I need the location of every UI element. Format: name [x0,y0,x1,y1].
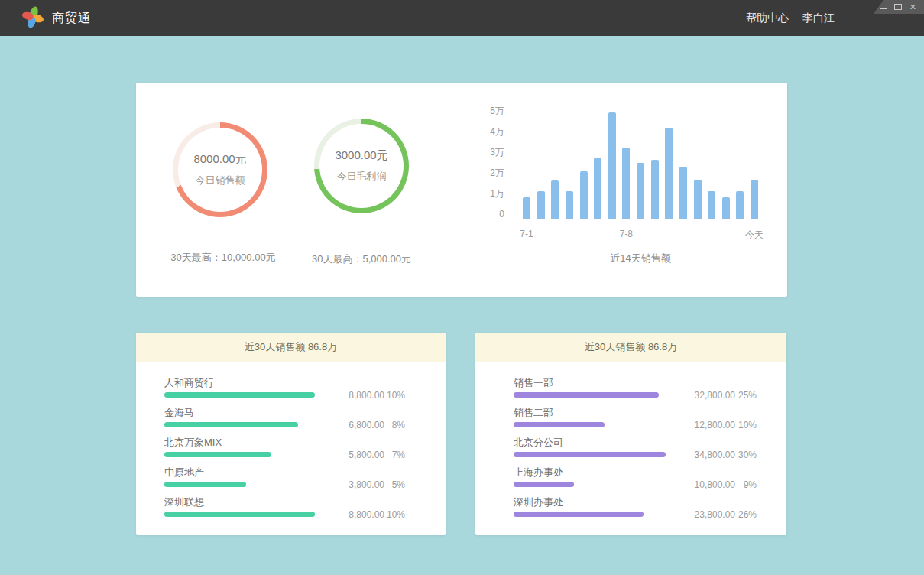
rank-percent: 5% [392,480,405,489]
rank-name: 人和商贸行 [164,376,446,389]
app-title: 商贸通 [52,0,91,36]
rank-row: 北京万象MIX5,800.007% [164,436,446,458]
daily-sales-bar [551,180,559,219]
rank-name: 深圳联想 [164,495,446,508]
department-ranking-card: 近30天销售额 86.8万 销售一部32,800.0025%销售二部12,800… [475,333,786,535]
y-axis-tick: 4万 [471,125,504,138]
rank-row: 销售一部32,800.0025% [514,376,786,398]
titlebar-nav: 帮助中心 李白江 [746,0,835,36]
help-center-link[interactable]: 帮助中心 [746,11,789,25]
daily-sales-bar [694,180,702,219]
rank-value: 8,800.00 [349,391,384,400]
rank-percent: 10% [387,510,405,519]
minimize-icon[interactable] [880,8,887,9]
app-window: 商贸通 帮助中心 李白江 ✕ 8000.00元 今日销售额 30天最高：10,0… [0,0,924,575]
rank-name: 上海办事处 [514,466,786,479]
rank-bar-line: 8,800.0010% [164,392,446,398]
rank-row: 金海马6,800.008% [164,406,446,428]
rank-bar-line: 23,800.0026% [514,512,786,518]
today-profit-value: 3000.00元 [335,148,387,163]
daily-sales-bar [651,160,659,219]
daily-sales-bar [594,158,601,219]
x-axis-tick: 今天 [731,229,777,242]
rank-percent: 9% [744,480,757,489]
rank-bar-line: 8,800.0010% [164,512,446,518]
rank-percent: 25% [738,391,757,400]
y-axis-tick: 3万 [471,146,504,158]
rank-value: 8,800.00 [349,510,384,519]
daily-sales-bar [736,191,744,219]
rank-bar [514,512,644,517]
rank-value: 12,800.00 [695,421,735,430]
rank-row: 上海办事处10,800.009% [514,466,786,488]
rank-bar [514,392,659,398]
rank-bar-line: 32,800.0025% [514,392,786,398]
profit-30d-max-caption: 30天最高：5,000.00元 [277,252,446,266]
rank-bar [164,512,315,517]
maximize-icon[interactable] [894,4,902,10]
rank-percent: 10% [738,421,757,430]
rank-value: 5,800.00 [349,450,384,460]
rank-percent: 10% [387,391,405,400]
rank-bar-line: 3,800.005% [164,482,446,488]
rank-bar-line: 34,800.0030% [514,452,786,458]
customer-ranking-title: 近30天销售额 86.8万 [136,333,446,362]
donut-inner [178,128,262,212]
daily-sales-bar [622,148,630,219]
rank-row: 销售二部12,800.0010% [514,406,786,428]
customer-ranking-list: 人和商贸行8,800.0010%金海马6,800.008%北京万象MIX5,80… [164,376,446,525]
rank-bar [164,482,246,487]
today-sales-label: 今日销售额 [196,174,245,187]
y-axis-tick: 5万 [471,105,504,117]
daily-sales-bar [523,197,530,219]
rank-name: 中原地产 [164,466,446,479]
rank-bar [164,452,271,457]
daily-sales-bar [608,112,616,219]
rank-bar [514,482,574,487]
rank-row: 北京分公司34,800.0030% [514,436,786,458]
daily-sales-bar [637,163,644,219]
daily-sales-bar [722,197,730,219]
app-logo-icon [23,8,43,28]
y-axis-tick: 2万 [471,167,504,179]
today-sales-donut: 8000.00元 今日销售额 [173,122,267,217]
rank-name: 北京万象MIX [164,436,446,449]
titlebar: 商贸通 帮助中心 李白江 ✕ [0,0,924,36]
rank-bar [514,452,666,457]
rank-percent: 7% [392,450,405,460]
rank-bar-line: 12,800.0010% [514,422,786,428]
rank-bar [164,422,298,427]
rank-name: 销售一部 [514,376,786,389]
close-icon[interactable]: ✕ [909,3,916,11]
rank-bar-line: 5,800.007% [164,452,446,458]
rank-row: 深圳联想8,800.0010% [164,495,446,518]
today-profit-label: 今日毛利润 [337,170,387,184]
window-controls: ✕ [874,0,924,14]
daily-sales-bar [537,191,545,219]
daily-sales-bar [751,180,758,219]
rank-name: 深圳办事处 [514,495,786,508]
rank-value: 32,800.00 [695,391,735,400]
daily-sales-bar [580,171,588,219]
rank-row: 人和商贸行8,800.0010% [164,376,446,398]
department-ranking-list: 销售一部32,800.0025%销售二部12,800.0010%北京分公司34,… [514,376,786,525]
daily-sales-bar [566,191,573,219]
customer-ranking-card: 近30天销售额 86.8万 人和商贸行8,800.0010%金海马6,800.0… [136,333,446,535]
rank-row: 深圳办事处23,800.0026% [514,495,786,518]
rank-name: 金海马 [164,406,446,419]
rank-value: 34,800.00 [695,450,735,460]
user-menu[interactable]: 李白江 [802,11,835,25]
rank-bar [164,392,315,398]
rank-value: 3,800.00 [349,480,384,489]
donut-inner [319,124,404,208]
daily-sales-bar [665,128,673,219]
today-sales-value: 8000.00元 [193,152,246,167]
rank-value: 6,800.00 [349,421,384,430]
daily-sales-chart-title: 近14天销售额 [523,252,758,265]
rank-name: 销售二部 [514,406,786,419]
daily-sales-plot [523,103,758,219]
x-axis-tick: 7-8 [603,229,649,239]
rank-value: 10,800.00 [695,480,735,489]
rank-bar-line: 10,800.009% [514,482,786,488]
daily-sales-bar [679,167,687,219]
